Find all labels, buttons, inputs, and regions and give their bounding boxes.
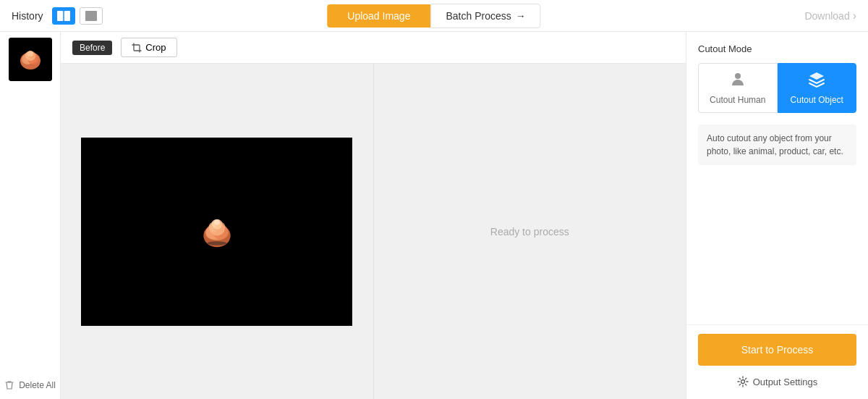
trash-icon	[4, 380, 14, 390]
svg-point-26	[741, 380, 744, 384]
editor-area: Before Crop	[61, 32, 686, 399]
delete-all-area[interactable]: Delete All	[4, 380, 56, 399]
topbar-center-actions: Upload Image Batch Process	[327, 4, 540, 28]
crop-button[interactable]: Crop	[121, 38, 176, 57]
cutout-object-button[interactable]: Cutout Object	[778, 63, 857, 113]
start-to-process-button[interactable]: Start to Process	[698, 334, 856, 366]
layers-icon	[808, 71, 825, 92]
download-link[interactable]: Download	[804, 9, 856, 22]
editor-toolbar: Before Crop	[61, 32, 686, 64]
cutout-mode-buttons: Cutout Human Cutout Object	[698, 63, 856, 113]
svg-point-24	[207, 241, 226, 245]
svg-rect-1	[64, 11, 70, 21]
ready-to-process-text: Ready to process	[490, 226, 569, 238]
before-label: Before	[72, 41, 112, 55]
rose-image	[188, 203, 246, 261]
svg-rect-0	[57, 11, 63, 21]
view-single-btn[interactable]	[80, 7, 103, 25]
panel-right: Cutout Mode Cutout Human	[686, 32, 868, 399]
cutout-human-button[interactable]: Cutout Human	[698, 63, 778, 113]
view-toggle	[52, 7, 103, 25]
history-link[interactable]: History	[12, 10, 43, 22]
main-layout: Delete All Before Crop	[0, 32, 868, 399]
settings-icon	[737, 376, 749, 387]
output-settings-button[interactable]: Output Settings	[698, 373, 856, 390]
person-icon	[729, 71, 746, 92]
download-chevron-icon	[853, 9, 856, 22]
cutout-mode-title: Cutout Mode	[698, 43, 856, 54]
panel-before	[61, 64, 374, 399]
panel-right-content: Cutout Mode Cutout Human	[686, 32, 868, 324]
svg-point-11	[27, 51, 33, 56]
view-split-btn[interactable]	[52, 7, 75, 25]
image-display	[81, 138, 352, 326]
svg-point-25	[735, 73, 741, 79]
sidebar-left: Delete All	[0, 32, 61, 399]
batch-process-button[interactable]: Batch Process	[430, 4, 540, 28]
batch-arrow-icon	[516, 10, 526, 22]
panel-after: Ready to process	[374, 64, 686, 399]
delete-all-label: Delete All	[19, 380, 56, 390]
cutout-description: Auto cutout any object from your photo, …	[698, 125, 856, 165]
editor-panels: Ready to process	[61, 64, 686, 399]
svg-point-23	[214, 219, 220, 224]
upload-image-button[interactable]: Upload Image	[327, 4, 430, 28]
crop-icon	[132, 43, 142, 53]
topbar: History Upload Image Batch Process Downl…	[0, 0, 868, 32]
thumbnail-item[interactable]	[9, 38, 52, 81]
panel-right-footer: Start to Process Output Settings	[686, 324, 868, 399]
svg-rect-2	[85, 11, 97, 21]
